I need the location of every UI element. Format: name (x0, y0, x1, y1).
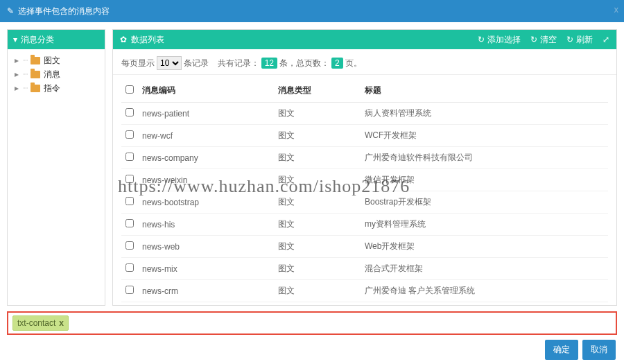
total-records-badge: 12 (261, 58, 277, 69)
tree-node[interactable]: ▸ ┈ 消息 (10, 67, 102, 81)
dialog-header: ✎ 选择事件包含的消息内容 x (0, 0, 624, 22)
row-checkbox[interactable] (125, 130, 134, 139)
tree-node[interactable]: ▸ ┈ 图文 (10, 53, 102, 67)
tag-label: txt-contact (17, 318, 55, 328)
cell-title: 病人资料管理系统 (361, 103, 608, 125)
select-all-checkbox[interactable] (125, 85, 134, 94)
cell-type: 图文 (274, 169, 361, 191)
cell-title: Web开发框架 (361, 236, 608, 258)
data-table: 消息编码 消息类型 标题 news-patient图文病人资料管理系统new-w… (121, 79, 608, 305)
cell-code: news-bootstrap (138, 191, 274, 214)
col-type: 消息类型 (274, 79, 361, 103)
row-checkbox[interactable] (125, 219, 134, 227)
table-row[interactable]: news-his图文my资料管理系统 (121, 214, 608, 236)
cell-code: news-his (138, 214, 274, 236)
cell-type: 图文 (274, 191, 361, 214)
category-tree: ▸ ┈ 图文 ▸ ┈ 消息 ▸ ┈ 指令 (8, 49, 105, 99)
cell-code: news-win (138, 302, 274, 306)
folder-icon (31, 57, 40, 64)
sidebar-header: ▾ 消息分类 (8, 30, 105, 49)
table-row[interactable]: news-patient图文病人资料管理系统 (121, 103, 608, 125)
cell-type: 图文 (274, 125, 361, 147)
cell-code: new-wcf (138, 125, 274, 147)
cell-type: 图文 (274, 214, 361, 236)
row-checkbox[interactable] (125, 108, 134, 116)
per-page-select[interactable]: 10 (157, 56, 182, 70)
cell-code: news-company (138, 147, 274, 169)
cell-title: Winform开发框架 (361, 302, 608, 306)
expand-icon[interactable]: ▸ (15, 83, 21, 93)
cell-title: my资料管理系统 (361, 214, 608, 236)
folder-icon (31, 71, 40, 78)
table-row[interactable]: news-win图文Winform开发框架 (121, 302, 608, 306)
cell-code: news-mix (138, 258, 274, 280)
pencil-icon: ✎ (7, 6, 14, 16)
selected-tags-area: txt-contact x (7, 311, 617, 335)
cell-title: 广州爱奇迪软件科技有限公司 (361, 147, 608, 169)
expand-icon[interactable]: ▸ (15, 69, 21, 79)
data-list-header: ✿ 数据列表 ↻ 添加选择 ↻ 清空 ↻ 刷新 (113, 30, 616, 49)
refresh-icon: ↻ (530, 35, 537, 44)
table-row[interactable]: news-company图文广州爱奇迪软件科技有限公司 (121, 147, 608, 169)
table-row[interactable]: news-bootstrap图文Boostrap开发框架 (121, 191, 608, 214)
folder-icon (31, 85, 40, 92)
cell-title: 混合式开发框架 (361, 258, 608, 280)
refresh-button[interactable]: ↻ 刷新 (566, 34, 593, 46)
sidebar: ▾ 消息分类 ▸ ┈ 图文 ▸ ┈ 消息 ▸ ┈ (7, 29, 105, 306)
fullscreen-button[interactable]: ⤢ (603, 35, 609, 44)
row-checkbox[interactable] (125, 153, 134, 161)
dialog-footer: 确定 取消 (0, 335, 624, 364)
row-checkbox[interactable] (125, 241, 134, 250)
row-checkbox[interactable] (125, 263, 134, 272)
total-pages-badge: 2 (331, 58, 343, 69)
add-selection-button[interactable]: ↻ 添加选择 (478, 34, 521, 46)
table-row[interactable]: news-web图文Web开发框架 (121, 236, 608, 258)
tree-node[interactable]: ▸ ┈ 指令 (10, 81, 102, 95)
cell-type: 图文 (274, 236, 361, 258)
cell-type: 图文 (274, 258, 361, 280)
cell-code: news-crm (138, 280, 274, 302)
cell-title: 广州爱奇迪 客户关系管理系统 (361, 280, 608, 302)
expand-icon[interactable]: ▸ (15, 55, 21, 65)
tag-remove-icon[interactable]: x (59, 318, 64, 328)
row-checkbox[interactable] (125, 197, 134, 205)
cell-type: 图文 (274, 103, 361, 125)
row-checkbox[interactable] (125, 175, 134, 183)
expand-icon: ⤢ (603, 35, 609, 44)
sidebar-title: 消息分类 (21, 34, 54, 46)
cancel-button[interactable]: 取消 (582, 340, 616, 360)
cell-title: Boostrap开发框架 (361, 191, 608, 214)
tag: txt-contact x (12, 315, 69, 331)
cell-type: 图文 (274, 280, 361, 302)
table-row[interactable]: new-wcf图文WCF开发框架 (121, 125, 608, 147)
cell-title: WCF开发框架 (361, 125, 608, 147)
clear-button[interactable]: ↻ 清空 (530, 34, 557, 46)
pager-info: 每页显示 10 条记录 共有记录： 12 条，总页数： 2 页。 (113, 49, 616, 75)
cell-code: news-patient (138, 103, 274, 125)
col-title: 标题 (361, 79, 608, 103)
filter-icon: ▾ (13, 35, 17, 44)
row-checkbox[interactable] (125, 286, 134, 294)
tree-label: 指令 (44, 83, 60, 94)
cell-title: 微信开发框架 (361, 169, 608, 191)
tree-label: 图文 (44, 55, 60, 67)
table-row[interactable]: news-mix图文混合式开发框架 (121, 258, 608, 280)
gear-icon: ✿ (120, 35, 127, 44)
ok-button[interactable]: 确定 (545, 340, 578, 360)
data-list-title: 数据列表 (131, 34, 164, 46)
cell-code: news-weixin (138, 169, 274, 191)
cell-type: 图文 (274, 302, 361, 306)
close-icon[interactable]: x (614, 4, 619, 15)
table-row[interactable]: news-crm图文广州爱奇迪 客户关系管理系统 (121, 280, 608, 302)
data-list-panel: ✿ 数据列表 ↻ 添加选择 ↻ 清空 ↻ 刷新 (112, 29, 617, 306)
cell-type: 图文 (274, 147, 361, 169)
refresh-icon: ↻ (566, 35, 573, 44)
tree-label: 消息 (44, 69, 60, 80)
table-row[interactable]: news-weixin图文微信开发框架 (121, 169, 608, 191)
dialog-title: 选择事件包含的消息内容 (18, 6, 110, 17)
cell-code: news-web (138, 236, 274, 258)
col-code: 消息编码 (138, 79, 274, 103)
refresh-icon: ↻ (478, 35, 485, 44)
